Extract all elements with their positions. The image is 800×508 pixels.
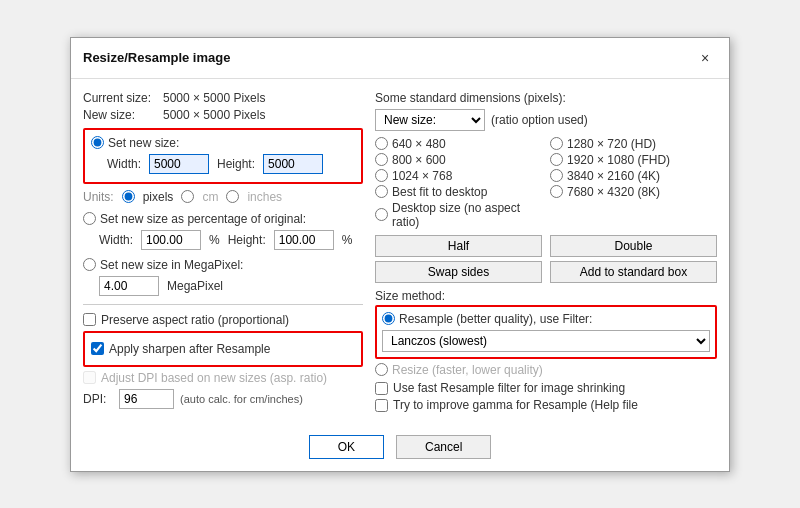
unit-cm-radio[interactable] (181, 190, 194, 203)
resample-radio-row: Resample (better quality), use Filter: (382, 312, 710, 326)
try-improve-row: Try to improve gamma for Resample (Help … (375, 398, 717, 412)
dim-best-radio[interactable] (375, 185, 388, 198)
set-megapixel-label: Set new size in MegaPixel: (100, 258, 243, 272)
height-input[interactable] (263, 154, 323, 174)
dpi-hint: (auto calc. for cm/inches) (180, 393, 303, 405)
unit-pixels-radio[interactable] (122, 190, 135, 203)
pct-row: Width: % Height: % (99, 230, 363, 250)
dim-800-radio[interactable] (375, 153, 388, 166)
width-height-row: Width: Height: (107, 154, 355, 174)
current-size-row: Current size: 5000 × 5000 Pixels (83, 91, 363, 105)
dim-1280-label: 1280 × 720 (HD) (567, 137, 656, 151)
dim-1024-radio[interactable] (375, 169, 388, 182)
dim-desktop-label: Desktop size (no aspect ratio) (392, 201, 542, 229)
dim-800-label: 800 × 600 (392, 153, 446, 167)
set-megapixel-row: Set new size in MegaPixel: (83, 258, 363, 272)
new-size-value: 5000 × 5000 Pixels (163, 108, 265, 122)
title-bar: Resize/Resample image × (71, 38, 729, 79)
pct-width-input[interactable] (141, 230, 201, 250)
ratio-hint: (ratio option used) (491, 113, 588, 127)
swap-sides-button[interactable]: Swap sides (375, 261, 542, 283)
use-fast-row: Use fast Resample filter for image shrin… (375, 381, 717, 395)
dim-640-label: 640 × 480 (392, 137, 446, 151)
set-new-size-box: Set new size: Width: Height: (83, 128, 363, 184)
apply-sharpen-row: Apply sharpen after Resample (91, 342, 355, 356)
new-size-label: New size: (83, 108, 163, 122)
dim-7680-radio[interactable] (550, 185, 563, 198)
ok-button[interactable]: OK (309, 435, 384, 459)
preserve-ratio-row: Preserve aspect ratio (proportional) (83, 313, 363, 327)
dim-640-radio[interactable] (375, 137, 388, 150)
resample-radio[interactable] (382, 312, 395, 325)
dim-option-1024: 1024 × 768 (375, 169, 542, 183)
set-new-size-radio[interactable] (91, 136, 104, 149)
try-improve-checkbox[interactable] (375, 399, 388, 412)
dim-desktop-radio[interactable] (375, 208, 388, 221)
megapixel-input[interactable] (99, 276, 159, 296)
cancel-button[interactable]: Cancel (396, 435, 491, 459)
dim-best-label: Best fit to desktop (392, 185, 487, 199)
apply-sharpen-box: Apply sharpen after Resample (83, 331, 363, 367)
width-label: Width: (107, 157, 141, 171)
dim-1280-radio[interactable] (550, 137, 563, 150)
adjust-dpi-checkbox (83, 371, 96, 384)
dim-option-1920: 1920 × 1080 (FHD) (550, 153, 717, 167)
close-button[interactable]: × (693, 46, 717, 70)
width-input[interactable] (149, 154, 209, 174)
set-new-size-label: Set new size: (108, 136, 179, 150)
adjust-dpi-row: Adjust DPI based on new sizes (asp. rati… (83, 371, 363, 385)
size-method-label: Size method: (375, 289, 717, 303)
unit-inches-radio[interactable] (226, 190, 239, 203)
dim-1920-radio[interactable] (550, 153, 563, 166)
try-improve-label: Try to improve gamma for Resample (Help … (393, 398, 638, 412)
dropdown-row: New size: (ratio option used) (375, 109, 717, 131)
apply-sharpen-label: Apply sharpen after Resample (109, 342, 270, 356)
left-panel: Current size: 5000 × 5000 Pixels New siz… (83, 91, 363, 415)
dpi-row: DPI: (auto calc. for cm/inches) (83, 389, 363, 409)
dpi-input[interactable] (119, 389, 174, 409)
preserve-ratio-label: Preserve aspect ratio (proportional) (101, 313, 289, 327)
pct-width-label: Width: (99, 233, 133, 247)
dpi-label: DPI: (83, 392, 113, 406)
divider1 (83, 304, 363, 305)
set-new-size-radio-row: Set new size: (91, 136, 355, 150)
resample-box: Resample (better quality), use Filter: L… (375, 305, 717, 359)
preserve-ratio-checkbox[interactable] (83, 313, 96, 326)
dialog-footer: OK Cancel (71, 427, 729, 471)
pct-height-label: Height: (228, 233, 266, 247)
pct-height-input[interactable] (274, 230, 334, 250)
current-size-label: Current size: (83, 91, 163, 105)
current-size-value: 5000 × 5000 Pixels (163, 91, 265, 105)
resize-label: Resize (faster, lower quality) (392, 363, 543, 377)
right-panel: Some standard dimensions (pixels): New s… (375, 91, 717, 415)
resize-radio-row: Resize (faster, lower quality) (375, 363, 717, 377)
resize-dialog: Resize/Resample image × Current size: 50… (70, 37, 730, 472)
unit-cm-label: cm (202, 190, 218, 204)
use-fast-label: Use fast Resample filter for image shrin… (393, 381, 625, 395)
add-to-standard-button[interactable]: Add to standard box (550, 261, 717, 283)
half-button[interactable]: Half (375, 235, 542, 257)
resize-radio[interactable] (375, 363, 388, 376)
dim-option-desktop: Desktop size (no aspect ratio) (375, 201, 542, 229)
set-percentage-row: Set new size as percentage of original: (83, 212, 363, 226)
apply-sharpen-checkbox[interactable] (91, 342, 104, 355)
set-megapixel-radio[interactable] (83, 258, 96, 271)
height-label: Height: (217, 157, 255, 171)
dim-3840-radio[interactable] (550, 169, 563, 182)
new-size-row: New size: 5000 × 5000 Pixels (83, 108, 363, 122)
dim-1024-label: 1024 × 768 (392, 169, 452, 183)
std-dims-label: Some standard dimensions (pixels): (375, 91, 717, 105)
filter-select[interactable]: Lanczos (slowest) (382, 330, 710, 352)
double-button[interactable]: Double (550, 235, 717, 257)
unit-pixels-label: pixels (143, 190, 174, 204)
use-fast-checkbox[interactable] (375, 382, 388, 395)
bottom-checkboxes: Use fast Resample filter for image shrin… (375, 381, 717, 412)
adjust-dpi-label: Adjust DPI based on new sizes (asp. rati… (101, 371, 327, 385)
megapixel-row: MegaPixel (99, 276, 363, 296)
units-label: Units: (83, 190, 114, 204)
set-percentage-radio[interactable] (83, 212, 96, 225)
pct-pct1: % (209, 233, 220, 247)
new-size-dropdown[interactable]: New size: (375, 109, 485, 131)
dialog-body: Current size: 5000 × 5000 Pixels New siz… (71, 79, 729, 427)
set-percentage-label: Set new size as percentage of original: (100, 212, 306, 226)
